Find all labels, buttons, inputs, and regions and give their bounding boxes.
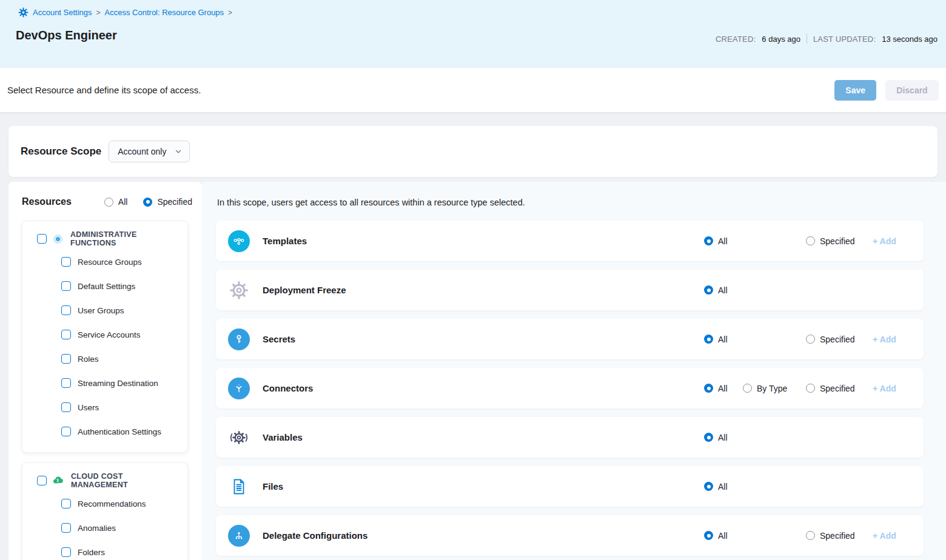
item-checkbox[interactable]	[61, 378, 71, 388]
delegate-configurations-radio-specified[interactable]: Specified	[806, 531, 873, 541]
group-header[interactable]: $ CLOUD COST MANAGEMENT	[37, 472, 181, 489]
item-label: Authentication Settings	[78, 427, 161, 436]
discard-button[interactable]: Discard	[885, 80, 939, 101]
resources-title: Resources	[22, 196, 72, 207]
resource-name: Deployment Freeze	[263, 285, 346, 295]
delegate-configurations-icon	[228, 525, 250, 547]
toolbar-actions: Save Discard	[834, 80, 939, 101]
item-label: Service Accounts	[78, 330, 141, 339]
templates-icon	[228, 230, 250, 252]
sidebar-item-folders[interactable]: Folders	[37, 540, 181, 560]
last-updated-value: 13 seconds ago	[882, 35, 938, 44]
sidebar-item-recommendations[interactable]: Recommendations	[37, 492, 181, 516]
radio-icon[interactable]	[806, 384, 815, 393]
resource-row-variables: Variables All	[216, 417, 924, 458]
sidebar-item-default-settings[interactable]: Default Settings	[37, 274, 181, 298]
row-options: All	[704, 482, 909, 492]
cloud-cost-icon: $	[52, 475, 64, 487]
chevron-down-icon	[175, 148, 182, 155]
group-label: CLOUD COST MANAGEMENT	[71, 472, 181, 489]
item-label: Streaming Destination	[78, 379, 158, 388]
radio-icon[interactable]	[704, 236, 713, 245]
sidebar-item-authentication-settings[interactable]: Authentication Settings	[37, 419, 181, 444]
radio-all-label: All	[118, 197, 128, 207]
variables-radio-all[interactable]: All	[704, 433, 743, 442]
item-checkbox[interactable]	[61, 499, 71, 508]
save-button[interactable]: Save	[834, 80, 876, 101]
secrets-add-button[interactable]: + Add	[873, 335, 909, 344]
radio-icon[interactable]	[143, 198, 152, 207]
radio-icon[interactable]	[704, 531, 713, 540]
connectors-add-button[interactable]: + Add	[873, 384, 909, 393]
radio-icon[interactable]	[704, 285, 713, 295]
templates-radio-all[interactable]: All	[704, 236, 743, 246]
radio-icon[interactable]	[104, 198, 113, 207]
radio-icon[interactable]	[806, 531, 815, 540]
files-radio-all[interactable]: All	[704, 482, 743, 492]
sidebar-item-streaming-destination[interactable]: Streaming Destination	[37, 371, 181, 395]
secrets-radio-specified[interactable]: Specified	[806, 335, 873, 344]
radio-icon[interactable]	[806, 335, 815, 344]
sidebar-item-user-groups[interactable]: User Groups	[37, 298, 181, 322]
meta-divider	[807, 34, 807, 44]
item-checkbox[interactable]	[61, 354, 71, 364]
resource-scope-label: Resource Scope	[21, 145, 101, 158]
item-checkbox[interactable]	[61, 257, 71, 267]
secrets-radio-all[interactable]: All	[704, 335, 743, 344]
connectors-radio-specified[interactable]: Specified	[806, 384, 873, 393]
connectors-radio-by-type[interactable]: By Type	[743, 384, 806, 393]
gear-icon	[18, 7, 29, 18]
option-label: All	[718, 482, 728, 492]
item-checkbox[interactable]	[61, 305, 71, 315]
item-checkbox[interactable]	[61, 547, 71, 557]
group-checkbox[interactable]	[37, 234, 47, 244]
delegate-configurations-radio-all[interactable]: All	[704, 531, 743, 541]
connectors-radio-all[interactable]: All	[704, 384, 743, 393]
templates-add-button[interactable]: + Add	[873, 236, 909, 246]
sidebar-item-resource-groups[interactable]: Resource Groups	[37, 250, 181, 274]
resource-scope-card: Resource Scope Account only	[8, 126, 938, 177]
radio-icon[interactable]	[743, 384, 752, 393]
row-options: All	[704, 285, 909, 295]
templates-radio-specified[interactable]: Specified	[806, 236, 873, 246]
radio-icon[interactable]	[704, 433, 713, 442]
item-checkbox[interactable]	[61, 427, 71, 436]
radio-icon[interactable]	[704, 482, 713, 491]
breadcrumb-separator: >	[228, 8, 232, 17]
toolbar-description: Select Resource and define its scope of …	[7, 85, 201, 95]
resource-name: Connectors	[263, 383, 313, 393]
radio-icon[interactable]	[704, 384, 713, 393]
item-label: Anomalies	[78, 524, 116, 533]
item-checkbox[interactable]	[61, 402, 71, 412]
item-checkbox[interactable]	[61, 281, 71, 291]
scope-info-text: In this scope, users get access to all r…	[217, 198, 924, 207]
radio-icon[interactable]	[704, 335, 713, 344]
resources-radio-specified[interactable]: Specified	[143, 197, 192, 207]
option-label: Specified	[820, 531, 855, 541]
resource-name: Variables	[263, 432, 303, 442]
breadcrumb-link-account-settings[interactable]: Account Settings	[33, 8, 92, 17]
sidebar-item-anomalies[interactable]: Anomalies	[37, 516, 181, 540]
item-checkbox[interactable]	[61, 523, 71, 533]
resource-scope-select[interactable]: Account only	[109, 141, 190, 162]
delegate-configurations-add-button[interactable]: + Add	[873, 531, 909, 541]
item-checkbox[interactable]	[61, 330, 71, 339]
resources-radio-all[interactable]: All	[104, 197, 128, 207]
resources-sidebar-header: Resources All Specified	[8, 182, 202, 211]
group-header[interactable]: ADMINISTRATIVE FUNCTIONS	[37, 230, 181, 247]
row-options: All By Type Specified + Add	[704, 384, 909, 393]
deployment-freeze-radio-all[interactable]: All	[704, 285, 743, 295]
breadcrumb: Account Settings > Access Control: Resou…	[10, 7, 936, 18]
resources-sidebar: Resources All Specified	[8, 182, 202, 560]
admin-functions-icon	[52, 233, 64, 245]
sidebar-item-service-accounts[interactable]: Service Accounts	[37, 322, 181, 347]
sidebar-item-roles[interactable]: Roles	[37, 347, 181, 371]
row-options: All Specified + Add	[704, 335, 909, 344]
option-label: All	[718, 285, 728, 295]
last-updated-label: LAST UPDATED:	[813, 35, 876, 44]
option-label: All	[718, 335, 728, 344]
sidebar-item-users[interactable]: Users	[37, 395, 181, 419]
radio-icon[interactable]	[806, 236, 815, 245]
breadcrumb-link-resource-groups[interactable]: Access Control: Resource Groups	[105, 8, 224, 17]
group-checkbox[interactable]	[37, 476, 47, 485]
